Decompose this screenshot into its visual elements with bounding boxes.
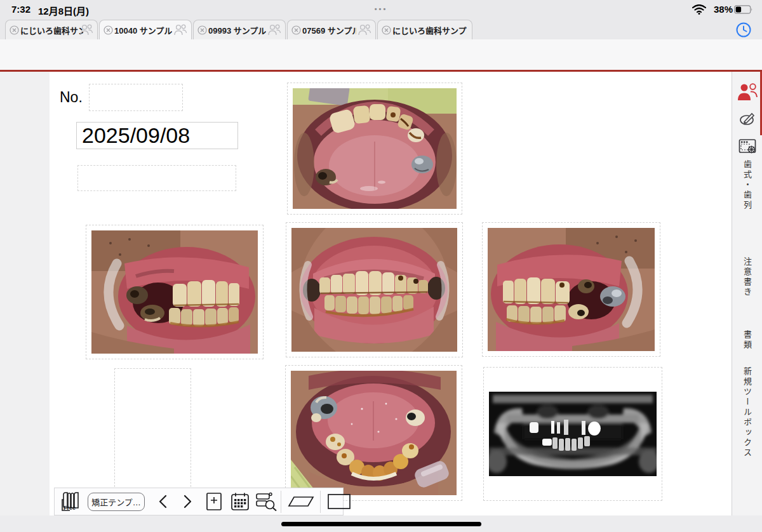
photo-frontal[interactable]	[286, 222, 463, 357]
tab-nijiiro-shika-sample-2[interactable]: にじいろ歯科サンプル	[377, 20, 472, 39]
people-icon	[173, 24, 187, 36]
top-chrome: 7:32 12月8日(月) ••• 38% にじいろ歯科サンプル	[0, 0, 762, 39]
signature-pen-icon[interactable]	[739, 111, 756, 126]
rectangle-icon	[327, 493, 351, 510]
photo-maxillary-occlusal[interactable]	[287, 83, 462, 215]
sidebar-item-documents[interactable]: 書類	[741, 330, 753, 350]
bottom-toolbar-divider	[281, 491, 281, 513]
canvas-left-gutter	[0, 72, 50, 515]
sidebar-item-notes[interactable]: 注意書き	[741, 257, 753, 298]
main-toolbar: 10040 サンプル 見る 指す 書く	[0, 39, 762, 70]
battery-icon	[734, 5, 753, 14]
template-book-button[interactable]: Free	[58, 488, 86, 515]
tag-search-icon	[255, 492, 277, 511]
people-icon	[358, 24, 371, 36]
next-page-button[interactable]	[177, 488, 199, 515]
tab-07569-sample[interactable]: 07569 サンプル	[287, 20, 376, 39]
tab-label: 07569 サンプル	[302, 24, 356, 36]
toolbox-window-icon[interactable]	[739, 138, 756, 156]
tab-label: にじいろ歯科サンプル	[20, 24, 83, 36]
tab-label: にじいろ歯科サンプル	[392, 24, 467, 36]
bottom-toolbar-divider	[320, 491, 321, 513]
parallelogram-icon	[288, 496, 314, 507]
home-indicator[interactable]	[281, 522, 481, 526]
photo-mandibular-occlusal[interactable]	[285, 365, 462, 501]
status-menu-dots: •••	[0, 5, 762, 13]
tab-10040-sample[interactable]: 10040 サンプル	[99, 20, 192, 39]
history-clock-icon[interactable]	[735, 22, 752, 38]
date-field[interactable]: 2025/09/08	[76, 122, 238, 149]
photo-slot-empty[interactable]	[114, 368, 191, 490]
patients-people-icon[interactable]	[737, 83, 758, 101]
right-sidebar: 歯式・歯列 注意書き 書類 新規ツールボックス	[732, 72, 762, 515]
wifi-icon	[692, 4, 706, 15]
ortho-template-button[interactable]: 矯正テンプ…	[88, 493, 145, 511]
add-page-icon	[206, 492, 222, 511]
sidebar-item-new-toolbox[interactable]: 新規ツールボックス	[741, 367, 753, 458]
tab-close-icon[interactable]	[382, 25, 391, 35]
patient-no-field[interactable]	[89, 84, 183, 111]
tab-close-icon[interactable]	[291, 25, 301, 35]
document-canvas[interactable]: No. 2025/09/08	[0, 72, 732, 515]
sidebar-item-tooth-chart[interactable]: 歯式・歯列	[741, 160, 753, 211]
tab-close-icon[interactable]	[197, 25, 207, 35]
app-screen: 7:32 12月8日(月) ••• 38% にじいろ歯科サンプル	[0, 0, 762, 532]
people-icon	[79, 24, 93, 36]
photo-left-lateral[interactable]	[482, 222, 660, 357]
calendar-icon	[231, 492, 250, 511]
tab-09993-sample[interactable]: 09993 サンプル	[193, 20, 286, 39]
tab-label: 10040 サンプル	[114, 24, 172, 36]
free-mode-label: Free	[64, 505, 76, 511]
chevron-left-icon	[158, 495, 167, 509]
memo-field[interactable]	[77, 165, 236, 191]
tab-label: 09993 サンプル	[208, 24, 266, 36]
people-icon	[267, 24, 281, 36]
rectangle-shape-button[interactable]	[324, 488, 354, 515]
prev-page-button[interactable]	[151, 488, 174, 515]
tag-search-button[interactable]	[253, 488, 279, 515]
bottom-toolbar: Free 矯正テンプ…	[54, 488, 344, 515]
calendar-button[interactable]	[227, 488, 253, 515]
battery-percent: 38%	[714, 4, 733, 15]
tab-close-icon[interactable]	[10, 25, 19, 35]
tab-close-icon[interactable]	[104, 25, 113, 35]
photo-right-lateral[interactable]	[86, 225, 264, 359]
bottom-strip	[0, 515, 762, 532]
tab-nijiiro-shika-sample-1[interactable]: にじいろ歯科サンプル	[5, 20, 98, 39]
no-label: No.	[60, 89, 83, 106]
add-page-button[interactable]	[202, 488, 226, 515]
chevron-right-icon	[184, 495, 192, 509]
xray-panoramic[interactable]	[483, 367, 662, 501]
parallelogram-shape-button[interactable]	[284, 488, 318, 515]
